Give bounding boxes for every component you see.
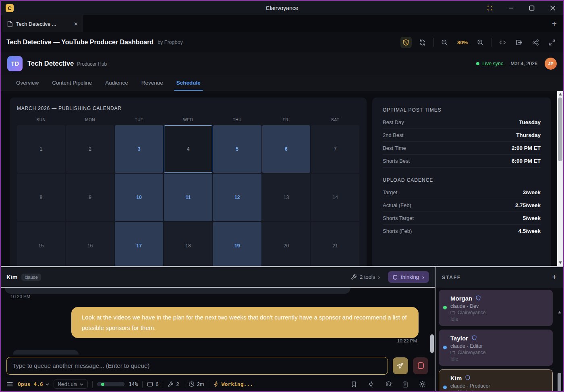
calendar-day-cell[interactable]: 13 bbox=[262, 174, 311, 221]
stat-row: Actual (Feb)2.75/week bbox=[383, 199, 541, 212]
calendar-day-cell[interactable]: 17 bbox=[115, 222, 163, 266]
user-avatar[interactable]: JP bbox=[545, 58, 557, 70]
calendar-day-cell[interactable]: 18 bbox=[164, 222, 212, 266]
plug-icon[interactable] bbox=[368, 381, 374, 388]
calendar-day-header: THU bbox=[213, 118, 261, 122]
tab-tech-detective[interactable]: Tech Detective ... ✕ bbox=[2, 15, 83, 32]
app-header: TD Tech Detective Producer Hub Live sync… bbox=[1, 52, 563, 75]
bookmark-icon[interactable] bbox=[351, 381, 357, 388]
calendar-day-cell[interactable]: 2 bbox=[66, 125, 114, 173]
calendar-day-cell[interactable]: 10 bbox=[115, 174, 163, 221]
calendar-day-cell[interactable]: 16 bbox=[66, 222, 114, 266]
calendar-day-cell[interactable]: 3 bbox=[115, 125, 163, 173]
calendar-day-cell[interactable]: 4 bbox=[164, 125, 212, 173]
new-tab-button[interactable]: + bbox=[552, 15, 557, 32]
model-select[interactable]: Opus 4.6 bbox=[18, 381, 49, 387]
calendar-day-cell[interactable]: 5 bbox=[213, 125, 261, 173]
calendar-day-cell[interactable]: 7 bbox=[311, 125, 359, 173]
calendar-day-cell[interactable]: 14 bbox=[311, 174, 359, 221]
puzzle-icon[interactable] bbox=[385, 381, 392, 388]
staff-panel: STAFF + Morganclaude - DevClairvoyanceId… bbox=[435, 267, 563, 391]
shield-icon bbox=[471, 335, 477, 341]
chat-header: Kim claude 2 tools › thinking › bbox=[1, 267, 435, 288]
chevron-right-icon: › bbox=[422, 274, 424, 280]
statusbar-separator bbox=[142, 381, 143, 388]
calendar-day-cell[interactable]: 12 bbox=[213, 174, 261, 221]
stat-value: 3/week bbox=[523, 189, 541, 195]
calendar-day-cell[interactable]: 15 bbox=[17, 222, 65, 266]
effort-select[interactable]: Medium bbox=[54, 380, 88, 389]
clipboard-icon[interactable] bbox=[402, 381, 408, 388]
calendar-day-header: SAT bbox=[311, 118, 359, 122]
message-input[interactable] bbox=[6, 357, 388, 375]
nav-tab-schedule[interactable]: Schedule bbox=[176, 75, 201, 91]
code-view-button[interactable] bbox=[497, 37, 508, 48]
nav-tab-audience[interactable]: Audience bbox=[105, 75, 128, 91]
stat-label: Best Time bbox=[383, 145, 406, 151]
chat-scrollbar-thumb[interactable] bbox=[430, 334, 434, 353]
app-window: C Clairvoyance Tech Detective ... ✕ bbox=[0, 0, 564, 392]
sidebar-section: OPTIMAL POST TIMESBest DayTuesday2nd Bes… bbox=[383, 107, 541, 168]
staff-card-morgan[interactable]: Morganclaude - DevClairvoyanceIdle bbox=[439, 290, 553, 326]
calendar-day-cell[interactable]: 6 bbox=[262, 125, 311, 173]
staff-scrollbar[interactable] bbox=[557, 311, 562, 389]
tools-counter[interactable]: 2 bbox=[168, 381, 179, 387]
expand-button[interactable] bbox=[546, 37, 558, 48]
tools-expander[interactable]: 2 tools › bbox=[351, 274, 380, 280]
zoom-out-button[interactable] bbox=[439, 37, 450, 48]
stop-button[interactable] bbox=[413, 357, 428, 374]
calendar-day-cell[interactable]: 20 bbox=[262, 222, 311, 266]
doc-toolbar: 80% bbox=[400, 37, 558, 48]
spinner-icon bbox=[393, 275, 398, 280]
wrench-icon bbox=[351, 274, 357, 280]
chat-messages: 10:20 PM Look at the videos we have in t… bbox=[1, 288, 435, 355]
calendar-day-header: SUN bbox=[17, 118, 65, 122]
messages-counter[interactable]: 6 bbox=[147, 381, 158, 387]
nav-tab-overview[interactable]: Overview bbox=[16, 75, 39, 91]
stat-value: 4.5/week bbox=[518, 228, 541, 234]
zoom-level[interactable]: 80% bbox=[456, 39, 469, 46]
nav-tabs: OverviewContent PipelineAudienceRevenueS… bbox=[1, 75, 563, 91]
staff-name: Kim bbox=[450, 373, 548, 382]
progress-percent: 14% bbox=[129, 381, 138, 387]
calendar-day-cell[interactable]: 19 bbox=[213, 222, 261, 266]
tab-bar: Tech Detective ... ✕ + bbox=[1, 15, 563, 32]
staff-card-kim[interactable]: Kimclaude - ProducerMarketingThinking bbox=[439, 369, 553, 391]
message-timestamp: 10:22 PM bbox=[397, 338, 417, 343]
maximize-button[interactable] bbox=[529, 5, 535, 11]
zoom-in-button[interactable] bbox=[475, 37, 486, 48]
calendar-day-cell[interactable]: 11 bbox=[164, 174, 212, 221]
stat-row: 2nd BestThursday bbox=[383, 129, 541, 142]
message-text: Look at the videos we have in the plan f… bbox=[82, 314, 407, 331]
minimize-button[interactable] bbox=[508, 5, 514, 11]
calendar-day-header: TUE bbox=[115, 118, 163, 122]
calendar-day-cell[interactable]: 9 bbox=[66, 174, 114, 221]
menu-icon[interactable] bbox=[6, 381, 13, 388]
scrollbar-thumb[interactable] bbox=[558, 97, 562, 161]
close-button[interactable] bbox=[549, 5, 556, 11]
main-scrollbar[interactable] bbox=[557, 91, 563, 266]
clock-icon bbox=[189, 381, 195, 387]
refresh-button[interactable] bbox=[417, 37, 428, 48]
share-button[interactable] bbox=[530, 37, 541, 48]
thinking-pill[interactable]: thinking › bbox=[388, 271, 429, 283]
staff-card-taylor[interactable]: Taylorclaude - EditorClairvoyanceIdle bbox=[439, 330, 553, 366]
send-button[interactable] bbox=[393, 357, 408, 374]
calendar-day-cell[interactable]: 8 bbox=[17, 174, 65, 221]
nav-tab-revenue[interactable]: Revenue bbox=[141, 75, 163, 91]
export-button[interactable] bbox=[513, 37, 525, 48]
shield-off-button[interactable] bbox=[400, 37, 412, 48]
fullscreen-button[interactable] bbox=[487, 5, 493, 11]
tab-close-icon[interactable]: ✕ bbox=[74, 21, 78, 27]
calendar-day-cell[interactable]: 1 bbox=[17, 125, 65, 173]
scrollbar-down-arrow[interactable] bbox=[559, 261, 562, 264]
nav-tab-content-pipeline[interactable]: Content Pipeline bbox=[52, 75, 92, 91]
calendar-day-cell[interactable]: 21 bbox=[311, 222, 359, 266]
stop-icon bbox=[418, 362, 424, 369]
scrollbar-up-arrow[interactable] bbox=[559, 93, 562, 95]
gear-icon[interactable] bbox=[419, 381, 426, 388]
add-staff-button[interactable]: + bbox=[552, 273, 557, 282]
scrollbar-up-arrow[interactable] bbox=[558, 311, 561, 313]
channel-avatar: TD bbox=[7, 56, 23, 71]
scrollbar-down-arrow[interactable] bbox=[558, 386, 561, 389]
